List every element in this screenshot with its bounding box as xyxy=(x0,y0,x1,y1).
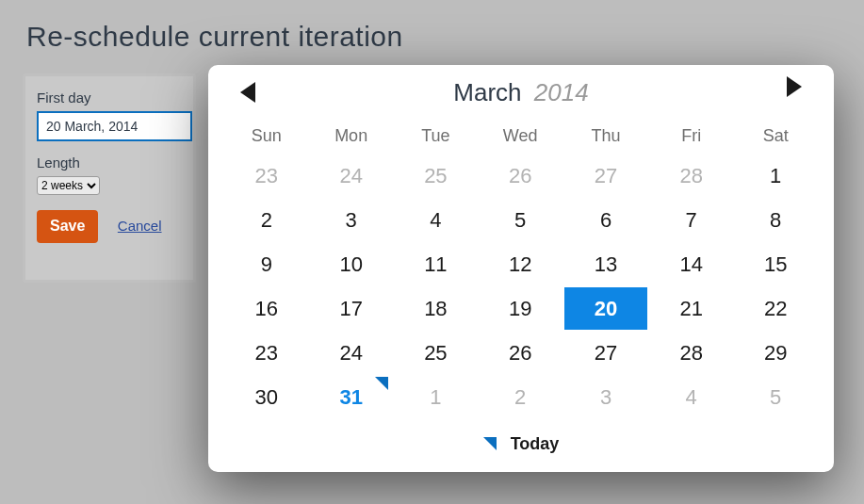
calendar-month: March xyxy=(453,78,521,106)
day-cell[interactable]: 17 xyxy=(309,286,394,331)
day-cell[interactable]: 14 xyxy=(649,242,733,286)
day-cell[interactable]: 1 xyxy=(394,375,479,419)
first-day-label: First day xyxy=(37,89,193,106)
weekday-header: Mon xyxy=(309,118,394,154)
day-cell[interactable]: 13 xyxy=(562,242,649,286)
weekday-header: Thu xyxy=(562,118,649,154)
weekday-header: Wed xyxy=(478,118,562,154)
today-marker-icon xyxy=(483,437,497,450)
day-cell[interactable]: 28 xyxy=(649,331,733,375)
day-cell[interactable]: 30 xyxy=(224,375,309,419)
day-cell[interactable]: 19 xyxy=(478,286,562,331)
day-cell[interactable]: 4 xyxy=(649,375,733,419)
day-cell[interactable]: 26 xyxy=(478,331,562,375)
day-cell[interactable]: 29 xyxy=(733,331,818,375)
day-cell[interactable]: 4 xyxy=(394,198,479,242)
day-cell[interactable]: 3 xyxy=(562,375,649,419)
day-cell[interactable]: 8 xyxy=(733,198,818,242)
day-cell[interactable]: 18 xyxy=(394,286,479,331)
day-cell[interactable]: 27 xyxy=(562,154,649,198)
day-cell[interactable]: 26 xyxy=(478,154,562,198)
first-day-input[interactable] xyxy=(37,111,192,141)
day-cell[interactable]: 6 xyxy=(562,198,649,242)
day-cell[interactable]: 23 xyxy=(224,154,309,198)
day-cell[interactable]: 12 xyxy=(478,242,562,286)
day-cell[interactable]: 5 xyxy=(478,198,562,242)
today-marker-icon xyxy=(375,377,388,390)
day-cell[interactable]: 1 xyxy=(733,154,818,198)
day-cell[interactable]: 28 xyxy=(649,154,733,198)
day-cell[interactable]: 24 xyxy=(309,154,394,198)
today-link[interactable]: Today xyxy=(208,434,834,454)
day-cell[interactable]: 22 xyxy=(733,286,818,331)
day-cell[interactable]: 10 xyxy=(309,242,394,286)
day-cell[interactable]: 20 xyxy=(562,286,649,331)
day-cell[interactable]: 21 xyxy=(649,286,733,331)
calendar-title: March 2014 xyxy=(208,78,834,107)
cancel-link[interactable]: Cancel xyxy=(118,218,162,234)
day-cell[interactable]: 15 xyxy=(733,242,818,286)
today-label: Today xyxy=(511,434,560,453)
day-cell[interactable]: 24 xyxy=(309,331,394,375)
day-cell[interactable]: 2 xyxy=(478,375,562,419)
date-picker: March 2014 SunMonTueWedThuFriSat 2324252… xyxy=(208,65,834,472)
weekday-header: Sun xyxy=(224,118,309,154)
day-cell[interactable]: 23 xyxy=(224,331,309,375)
day-cell[interactable]: 2 xyxy=(224,198,309,242)
day-cell[interactable]: 5 xyxy=(733,375,818,419)
day-cell[interactable]: 27 xyxy=(562,331,649,375)
day-cell[interactable]: 9 xyxy=(224,242,309,286)
day-cell[interactable]: 25 xyxy=(394,154,479,198)
day-cell[interactable]: 11 xyxy=(394,242,479,286)
weekday-header: Fri xyxy=(649,118,733,154)
day-cell[interactable]: 31 xyxy=(309,375,394,419)
day-cell[interactable]: 3 xyxy=(309,198,394,242)
length-label: Length xyxy=(37,154,193,171)
calendar-year: 2014 xyxy=(534,78,589,106)
save-button[interactable]: Save xyxy=(37,210,98,243)
weekday-header: Sat xyxy=(733,118,818,154)
page-title: Re-schedule current iteration xyxy=(0,0,864,53)
length-select[interactable]: 2 weeks xyxy=(37,176,100,195)
calendar-grid: SunMonTueWedThuFriSat 232425262728123456… xyxy=(224,118,818,419)
day-cell[interactable]: 7 xyxy=(649,198,733,242)
next-month-icon[interactable] xyxy=(787,76,802,97)
day-cell[interactable]: 25 xyxy=(394,331,479,375)
weekday-header: Tue xyxy=(394,118,479,154)
day-cell[interactable]: 16 xyxy=(224,286,309,331)
reschedule-form: First day Length 2 weeks Save Cancel xyxy=(23,73,196,283)
